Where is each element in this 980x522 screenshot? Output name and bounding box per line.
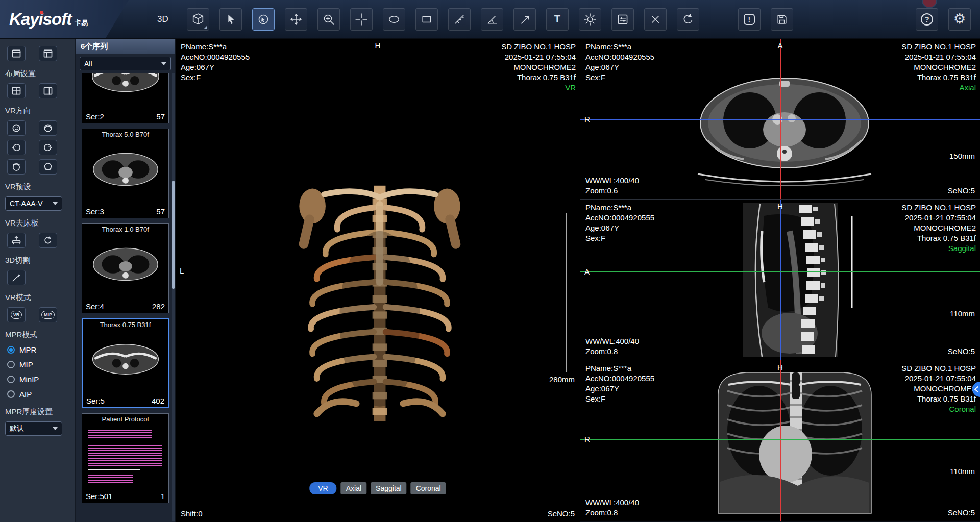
angle-tool-button[interactable] — [481, 8, 503, 31]
rotate-3d-tool-button[interactable] — [252, 8, 275, 31]
text-tool-button[interactable]: T — [546, 8, 569, 31]
tab-vr[interactable]: VR — [309, 482, 336, 494]
toolbar-right-group: ? ⚙ — [911, 8, 980, 31]
axial-viewport[interactable]: PName:S***a AccNO:0004920555 Age:067Y Se… — [580, 39, 980, 200]
coronal-viewport[interactable]: PName:S***a AccNO:0004920555 Age:067Y Se… — [580, 360, 980, 521]
mpr-thickness-select[interactable]: 默认 — [5, 421, 62, 436]
patient-accno: AccNO:0004920555 — [585, 374, 654, 384]
vr-mode-vr-button[interactable]: VR — [7, 307, 26, 322]
remove-bed-button[interactable] — [7, 233, 26, 248]
gear-icon: ⚙ — [953, 12, 966, 26]
layout-panel-button[interactable] — [39, 46, 57, 61]
reset-tool-button[interactable] — [677, 8, 699, 31]
crosshair-horizontal[interactable] — [580, 119, 980, 120]
volume-3d-tool-button[interactable] — [187, 8, 209, 31]
rect-roi-tool-button[interactable] — [415, 8, 438, 31]
series-thumbnail[interactable]: Thorax 1.0 B70f Ser:4 282 — [82, 223, 169, 313]
window-info: WW/WL:400/40 Zoom:0.8 — [585, 498, 639, 518]
bed-reset-button[interactable] — [39, 233, 57, 248]
head-bottom-icon — [42, 162, 54, 172]
layout-window-button[interactable] — [7, 46, 26, 61]
series-image-count: 1 — [161, 492, 165, 501]
localizer-tool-button[interactable] — [350, 8, 373, 31]
delete-tool-button[interactable] — [644, 8, 667, 31]
head-right-button[interactable] — [39, 140, 57, 155]
crosshair-horizontal[interactable] — [580, 439, 980, 440]
scalpel-button[interactable] — [7, 270, 26, 285]
orientation-marker-left: R — [584, 114, 590, 125]
series-thumbnail[interactable]: Patient Protocol Ser:501 1 — [82, 413, 169, 503]
series-number: Ser:4 — [86, 302, 104, 311]
layout-split-button[interactable] — [39, 83, 57, 98]
head-bottom-button[interactable] — [39, 159, 57, 175]
vr-preset-select[interactable]: CT-AAA-V — [5, 196, 62, 211]
measure-tool-button[interactable] — [448, 8, 471, 31]
hospital-name: SD ZIBO NO.1 HOSP — [901, 203, 976, 213]
mode-3d-label: 3D — [157, 14, 168, 24]
saggital-viewport[interactable]: PName:S***a AccNO:0004920555 Age:067Y Se… — [580, 200, 980, 360]
series-thumbnail[interactable]: Ser:2 57 — [82, 73, 169, 123]
pan-tool-button[interactable] — [285, 8, 307, 31]
series-thumbnail[interactable]: Thorax 5.0 B70f Ser:3 57 — [82, 129, 169, 218]
crosshair-horizontal[interactable] — [580, 271, 980, 272]
series-thumbnail-image — [85, 235, 166, 291]
patient-name: PName:S***a — [181, 42, 250, 52]
patient-accno: AccNO:0004920555 — [585, 213, 654, 223]
prompt-tool-button[interactable]: ! — [738, 8, 761, 31]
series-scrollbar-thumb[interactable] — [172, 181, 175, 289]
hospital-name: SD ZIBO NO.1 HOSP — [501, 42, 576, 52]
axial-image — [677, 59, 892, 187]
coronal-image — [698, 364, 892, 517]
series-filter-select[interactable]: All — [80, 57, 171, 70]
series-thumbnail-image — [85, 140, 166, 196]
head-left-icon — [11, 142, 22, 153]
series-count-header: 6个序列 — [76, 39, 175, 54]
pointer-tool-button[interactable] — [219, 8, 242, 31]
settings-button[interactable]: ⚙ — [948, 8, 971, 31]
patient-age: Age:067Y — [585, 384, 654, 394]
head-left-button[interactable] — [7, 140, 26, 155]
view-mode-tabs: VR Axial Saggital Coronal — [309, 482, 446, 494]
zoom-in-tool-button[interactable] — [317, 8, 340, 31]
crosshair-vertical[interactable] — [780, 360, 781, 521]
ellipse-roi-tool-button[interactable] — [383, 8, 405, 31]
series-image-count: 57 — [156, 207, 165, 216]
crosshair-vertical[interactable] — [780, 200, 781, 360]
mpr-option-mip[interactable]: MIP — [0, 357, 75, 372]
wwwl-value: WW/WL:400/40 — [585, 176, 639, 186]
app-logo: Kayisoft卡易 — [0, 0, 129, 38]
measure-icon — [452, 12, 467, 27]
mpr-option-minip[interactable]: MinIP — [0, 372, 75, 387]
study-datetime: 2025-01-21 07:55:04 — [901, 213, 976, 223]
head-back-button[interactable] — [39, 120, 57, 136]
tab-axial[interactable]: Axial — [341, 482, 366, 494]
layout-quad-button[interactable] — [7, 83, 26, 98]
window-level-tool-button[interactable] — [579, 8, 601, 31]
help-button[interactable]: ? — [916, 8, 938, 31]
scale-label: 110mm — [950, 466, 975, 477]
tab-saggital[interactable]: Saggital — [371, 482, 407, 494]
series-description: Thorax 0.75 B31f — [901, 233, 976, 243]
tab-coronal[interactable]: Coronal — [411, 482, 446, 494]
orientation-marker-left: R — [584, 434, 590, 444]
arrow-annotation-tool-button[interactable] — [513, 8, 536, 31]
vr-mode-mip-button[interactable]: MIP — [39, 307, 57, 322]
save-tool-button[interactable] — [771, 8, 793, 31]
avatar[interactable] — [922, 0, 937, 8]
series-thumbnail-selected[interactable]: Thorax 0.75 B31f Ser:5 402 — [82, 318, 169, 408]
window-preset-tool-button[interactable] — [611, 8, 634, 31]
mpr-option-aip[interactable]: AIP — [0, 387, 75, 402]
vr-mode-label: VR模式 — [0, 287, 75, 305]
series-scrollbar-track[interactable] — [172, 73, 175, 521]
head-front-button[interactable] — [7, 120, 26, 136]
mpr-option-mpr[interactable]: MPR — [0, 342, 75, 357]
study-info-overlay: SD ZIBO NO.1 HOSP 2025-01-21 07:55:04 MO… — [901, 42, 976, 93]
head-front-icon — [11, 123, 22, 133]
head-right-icon — [42, 142, 54, 153]
bed-remove-icon — [11, 235, 22, 245]
cut-3d-label: 3D切割 — [0, 250, 75, 268]
head-top-button[interactable] — [7, 159, 26, 175]
patient-sex: Sex:F — [181, 72, 250, 83]
radio-icon — [7, 376, 15, 383]
vr-viewport[interactable]: PName:S***a AccNO:0004920555 Age:067Y Se… — [176, 39, 580, 522]
